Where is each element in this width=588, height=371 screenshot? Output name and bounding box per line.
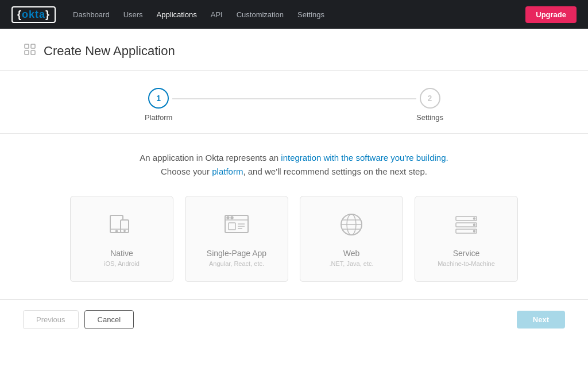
card-web-title: Web <box>343 249 360 258</box>
card-spa-title: Single-Page App <box>207 249 266 258</box>
nav-dashboard[interactable]: Dashboard <box>73 8 110 21</box>
cards-section: Native iOS, Android Single-Page App Angu… <box>0 190 588 299</box>
description-section: An application in Okta represents an int… <box>0 134 588 190</box>
page-content: Create New Application 1 Platform 2 Sett… <box>0 29 588 371</box>
svg-point-26 <box>474 218 475 219</box>
navbar: {okta} Dashboard Users Applications API … <box>0 0 588 29</box>
card-service[interactable]: Service Machine-to-Machine <box>415 196 518 282</box>
stepper-section: 1 Platform 2 Settings <box>0 71 588 134</box>
svg-rect-3 <box>31 51 35 55</box>
card-web[interactable]: Web .NET, Java, etc. <box>300 196 403 282</box>
apps-icon <box>23 42 37 60</box>
card-native[interactable]: Native iOS, Android <box>70 196 173 282</box>
stepper: 1 Platform 2 Settings <box>145 88 443 122</box>
page-title: Create New Application <box>44 44 175 59</box>
nav-settings[interactable]: Settings <box>297 8 324 21</box>
step-1-label: Platform <box>145 113 172 122</box>
nav-users[interactable]: Users <box>123 8 143 21</box>
svg-rect-0 <box>25 44 29 48</box>
svg-point-13 <box>231 217 233 219</box>
description-highlight-1: integration with the software you're bui… <box>281 153 448 163</box>
service-icon <box>452 211 480 242</box>
svg-point-28 <box>474 230 475 232</box>
card-service-subtitle: Machine-to-Machine <box>438 260 495 267</box>
okta-logo: {okta} <box>11 6 56 23</box>
spa-icon <box>223 211 250 242</box>
svg-rect-1 <box>31 44 35 48</box>
upgrade-button[interactable]: Upgrade <box>525 6 577 23</box>
card-native-subtitle: iOS, Android <box>104 260 140 267</box>
previous-button: Previous <box>23 310 79 329</box>
footer-left-buttons: Previous Cancel <box>23 310 134 329</box>
nav-api[interactable]: API <box>211 8 223 21</box>
page-footer: Previous Cancel Next <box>0 299 588 339</box>
description-highlight-2: platform <box>212 167 243 176</box>
description-line3: , and we'll recommend settings on the ne… <box>243 167 427 176</box>
step-2-label: Settings <box>416 113 443 122</box>
native-icon <box>108 211 136 242</box>
step-2: 2 Settings <box>416 88 443 122</box>
description-line2: Choose your <box>161 167 212 176</box>
step-1: 1 Platform <box>145 88 172 122</box>
step-1-circle: 1 <box>148 88 169 109</box>
nav-links: Dashboard Users Applications API Customi… <box>73 8 525 21</box>
card-web-subtitle: .NET, Java, etc. <box>329 260 373 267</box>
web-icon <box>338 211 365 242</box>
nav-applications[interactable]: Applications <box>157 8 197 21</box>
svg-point-27 <box>474 224 475 226</box>
next-button: Next <box>517 311 565 329</box>
card-native-title: Native <box>110 249 133 258</box>
card-spa[interactable]: Single-Page App Angular, React, etc. <box>185 196 288 282</box>
svg-point-6 <box>116 230 118 232</box>
card-service-title: Service <box>453 249 480 258</box>
svg-point-12 <box>227 217 229 219</box>
step-2-circle: 2 <box>420 88 440 109</box>
nav-customization[interactable]: Customization <box>237 8 284 21</box>
description-text: An application in Okta represents an int… <box>23 151 565 179</box>
svg-point-9 <box>124 230 125 231</box>
page-header: Create New Application <box>0 29 588 71</box>
svg-rect-2 <box>25 51 29 55</box>
cancel-button[interactable]: Cancel <box>84 310 134 329</box>
stepper-line <box>172 98 416 99</box>
svg-rect-14 <box>229 223 235 230</box>
card-spa-subtitle: Angular, React, etc. <box>209 260 264 267</box>
